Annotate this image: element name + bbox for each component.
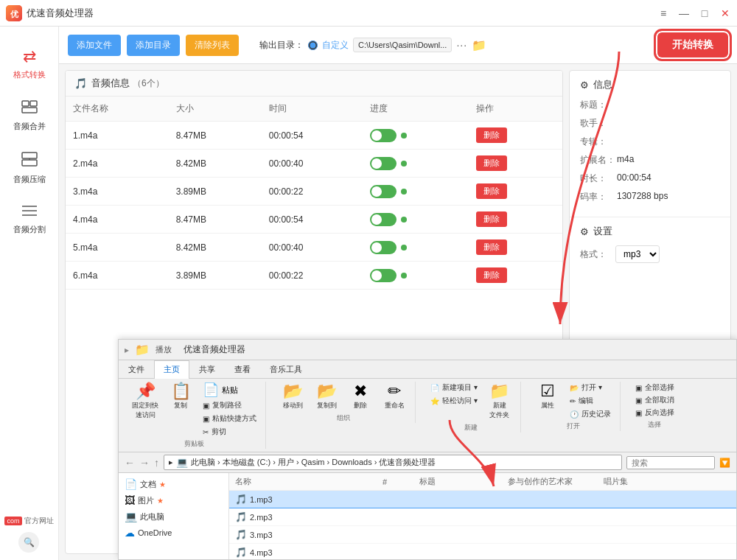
- delete-btn[interactable]: ✖ 删除: [346, 382, 375, 412]
- panel-header-icon: 🎵: [74, 77, 87, 89]
- select-all-btn[interactable]: ▣全部选择: [632, 382, 677, 393]
- progress-toggle[interactable]: [370, 129, 397, 142]
- sidebar-item-format[interactable]: ⇄ 格式转换: [4, 41, 55, 86]
- list-item[interactable]: 🎵4.mp3: [229, 544, 736, 560]
- maximize-btn[interactable]: □: [699, 7, 710, 19]
- forward-btn[interactable]: →: [139, 457, 150, 469]
- progress-toggle[interactable]: [370, 157, 397, 170]
- deselect-all-btn[interactable]: ▣全部取消: [632, 394, 677, 406]
- minimize-btn[interactable]: —: [678, 7, 690, 19]
- explorer-ribbon: 文件 主页 共享 查看 音乐工具 📌 固定到快速访问 📋 复制: [119, 360, 736, 452]
- paste-btn[interactable]: 📄 粘贴: [200, 382, 259, 398]
- progress-toggle[interactable]: [370, 269, 397, 282]
- tab-music[interactable]: 音乐工具: [260, 360, 312, 378]
- info-section: ⚙ 信息 标题： 歌手： 专辑：: [570, 71, 730, 217]
- edit-btn[interactable]: ✏编辑: [567, 395, 614, 407]
- nav-onedrive[interactable]: ☁ OneDrive: [119, 525, 228, 541]
- tab-view[interactable]: 查看: [225, 360, 260, 378]
- progress-toggle[interactable]: [370, 185, 397, 198]
- open-btn[interactable]: 📂打开 ▾: [567, 382, 614, 393]
- back-btn[interactable]: ←: [125, 457, 135, 469]
- nav-docs[interactable]: 📄 文档 ★: [119, 476, 228, 492]
- add-file-button[interactable]: 添加文件: [68, 35, 121, 56]
- add-dir-button[interactable]: 添加目录: [127, 35, 180, 56]
- copy-to-btn[interactable]: 📂 复制到: [312, 382, 341, 412]
- move-to-btn[interactable]: 📂 移动到: [278, 382, 307, 412]
- title-controls: ≡ — □ ✕: [657, 7, 731, 19]
- sidebar-item-merge[interactable]: 音频合并: [4, 94, 55, 138]
- format-select[interactable]: mp3 wav aac flac ogg wma: [615, 245, 660, 263]
- sidebar-item-compress[interactable]: 音频压缩: [4, 145, 55, 191]
- clear-list-button[interactable]: 清除列表: [186, 35, 239, 56]
- pin-quick-btn[interactable]: 📌 固定到快速访问: [129, 382, 161, 421]
- ribbon-group-organize: 📂 移动到 📂 复制到 ✖ 删除 ✏ 重命名: [272, 382, 416, 423]
- clipboard-label: 剪贴板: [129, 439, 259, 449]
- menu-btn[interactable]: ≡: [657, 7, 669, 19]
- onedrive-icon: ☁: [125, 527, 135, 539]
- expand-btn[interactable]: 🔽: [719, 458, 730, 468]
- tab-share[interactable]: 共享: [189, 360, 225, 378]
- gear-icon-settings: ⚙: [580, 226, 589, 237]
- nav-computer-label: 此电脑: [140, 511, 164, 522]
- up-btn[interactable]: ↑: [154, 457, 159, 469]
- copy-path-btn[interactable]: ▣复制路径: [200, 399, 259, 411]
- file-name: 5.m4a: [66, 234, 169, 262]
- delete-file-button[interactable]: 删除: [476, 183, 507, 199]
- delete-file-button[interactable]: 删除: [476, 267, 507, 283]
- explorer-file-album: [598, 508, 736, 526]
- file-name: 4.m4a: [66, 206, 169, 234]
- title-bar-left: 优 优速音频处理器: [6, 5, 94, 21]
- output-radio[interactable]: [308, 41, 318, 50]
- output-dots-btn[interactable]: ···: [456, 39, 467, 51]
- history-btn[interactable]: 🕐历史记录: [567, 408, 614, 420]
- new-label: 新建: [427, 423, 514, 433]
- list-item[interactable]: 🎵2.mp3: [229, 508, 736, 526]
- paste-shortcut-icon: ▣: [203, 415, 209, 423]
- tab-home[interactable]: 主页: [154, 360, 189, 379]
- nav-pictures[interactable]: 🖼 图片 ★: [119, 492, 228, 508]
- easy-access-btn[interactable]: ⭐轻松访问 ▾: [427, 395, 481, 407]
- progress-toggle[interactable]: [370, 241, 397, 254]
- close-btn[interactable]: ✕: [719, 7, 731, 19]
- mp3-icon: 🎵: [235, 529, 247, 540]
- file-time: 00:00:22: [262, 262, 363, 290]
- progress-toggle[interactable]: [370, 213, 397, 226]
- explorer-search-input[interactable]: [626, 456, 715, 469]
- official-site-btn[interactable]: com 官方网址: [4, 516, 53, 526]
- files-col-artist: 参与创作的艺术家: [502, 473, 598, 491]
- path-bar[interactable]: ▸ 💻 此电脑 › 本地磁盘 (C:) › 用户 › Qasim › Downl…: [164, 455, 622, 470]
- delete-file-button[interactable]: 删除: [476, 155, 507, 171]
- list-item[interactable]: 🎵1.mp3: [229, 491, 736, 508]
- mp3-icon: 🎵: [235, 511, 247, 522]
- invert-select-btn[interactable]: ▣反向选择: [632, 407, 677, 419]
- new-folder-btn[interactable]: 📁 新建文件夹: [485, 382, 514, 421]
- search-btn[interactable]: 🔍: [18, 532, 39, 553]
- files-table: 名称 # 标题 参与创作的艺术家 唱片集 🎵1.mp3 🎵2.mp3: [229, 473, 736, 559]
- tab-file[interactable]: 文件: [119, 360, 154, 378]
- select-label: 选择: [632, 420, 677, 430]
- delete-icon: ✖: [354, 383, 367, 399]
- sidebar-item-split[interactable]: 音频分割: [4, 198, 55, 241]
- output-folder-btn[interactable]: 📁: [472, 38, 486, 52]
- ribbon-content: 📌 固定到快速访问 📋 复制 📄 粘贴 ▣复制路径: [119, 379, 736, 452]
- delete-file-button[interactable]: 删除: [476, 211, 507, 227]
- file-table: 文件名称 大小 时间 进度 操作 1.m4a 8.47MB 00:00:54: [66, 97, 562, 290]
- paste-shortcut-btn[interactable]: ▣粘贴快捷方式: [200, 413, 259, 424]
- delete-file-button[interactable]: 删除: [476, 239, 507, 255]
- sidebar-bottom: com 官方网址 🔍: [4, 516, 53, 553]
- new-item-btn[interactable]: 📄新建项目 ▾: [427, 382, 481, 393]
- cut-btn[interactable]: ✂剪切: [200, 426, 259, 438]
- progress-dot: [401, 161, 407, 167]
- file-progress: [363, 150, 469, 178]
- file-progress: [363, 206, 469, 234]
- rename-btn[interactable]: ✏ 重命名: [380, 382, 409, 412]
- nav-computer[interactable]: 💻 此电脑: [119, 508, 228, 525]
- mp3-icon: 🎵: [235, 547, 247, 558]
- file-name: 6.m4a: [66, 262, 169, 290]
- properties-btn[interactable]: ☑ 属性: [533, 382, 562, 412]
- delete-file-button[interactable]: 删除: [476, 127, 507, 143]
- list-item[interactable]: 🎵3.mp3: [229, 526, 736, 544]
- info-section-title: ⚙ 信息: [580, 78, 720, 91]
- start-convert-button[interactable]: 开始转换: [657, 32, 728, 57]
- copy-btn[interactable]: 📋 复制: [166, 382, 195, 412]
